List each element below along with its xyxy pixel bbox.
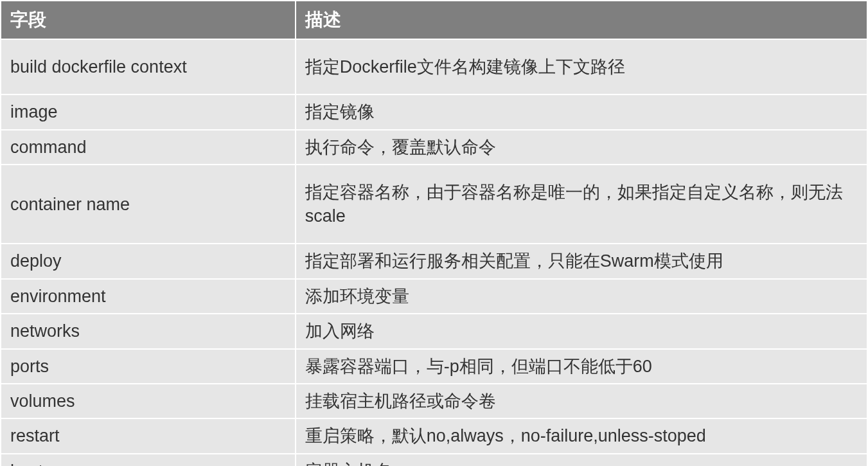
- cell-field: volumes: [1, 384, 296, 418]
- table-row: container name指定容器名称，由于容器名称是唯一的，如果指定自定义名…: [1, 165, 867, 244]
- cell-description: 指定Dockerfile文件名构建镜像上下文路径: [296, 39, 867, 94]
- cell-field: environment: [1, 279, 296, 314]
- table-header-row: 字段 描述: [1, 1, 867, 39]
- cell-description: 指定容器名称，由于容器名称是唯一的，如果指定自定义名称，则无法scale: [296, 165, 867, 244]
- cell-description: 暴露容器端口，与-p相同，但端口不能低于60: [296, 349, 867, 384]
- cell-field: hostname: [1, 454, 296, 466]
- cell-description: 指定镜像: [296, 94, 867, 129]
- cell-description: 指定部署和运行服务相关配置，只能在Swarm模式使用: [296, 244, 867, 278]
- cell-field: networks: [1, 314, 296, 348]
- table-row: volumes挂载宿主机路径或命令卷: [1, 384, 867, 418]
- cell-field: container name: [1, 165, 296, 244]
- cell-field: ports: [1, 349, 296, 384]
- table-row: command执行命令，覆盖默认命令: [1, 130, 867, 165]
- fields-table: 字段 描述 build dockerfile context指定Dockerfi…: [0, 0, 868, 466]
- header-field: 字段: [1, 1, 296, 39]
- cell-description: 挂载宿主机路径或命令卷: [296, 384, 867, 418]
- table-row: networks加入网络: [1, 314, 867, 348]
- table-row: deploy指定部署和运行服务相关配置，只能在Swarm模式使用: [1, 244, 867, 278]
- table-row: build dockerfile context指定Dockerfile文件名构…: [1, 39, 867, 94]
- cell-description: 添加环境变量: [296, 279, 867, 314]
- cell-description: 执行命令，覆盖默认命令: [296, 130, 867, 165]
- header-description: 描述: [296, 1, 867, 39]
- cell-description: 重启策略，默认no,always，no-failure,unless-stope…: [296, 418, 867, 453]
- cell-field: image: [1, 94, 296, 129]
- cell-field: command: [1, 130, 296, 165]
- table-row: ports暴露容器端口，与-p相同，但端口不能低于60: [1, 349, 867, 384]
- cell-field: deploy: [1, 244, 296, 278]
- cell-field: restart: [1, 418, 296, 453]
- table-row: hostname容器主机名: [1, 454, 867, 466]
- cell-description: 加入网络: [296, 314, 867, 348]
- cell-field: build dockerfile context: [1, 39, 296, 94]
- cell-description: 容器主机名: [296, 454, 867, 466]
- table-row: environment添加环境变量: [1, 279, 867, 314]
- table-row: image指定镜像: [1, 94, 867, 129]
- table-row: restart重启策略，默认no,always，no-failure,unles…: [1, 418, 867, 453]
